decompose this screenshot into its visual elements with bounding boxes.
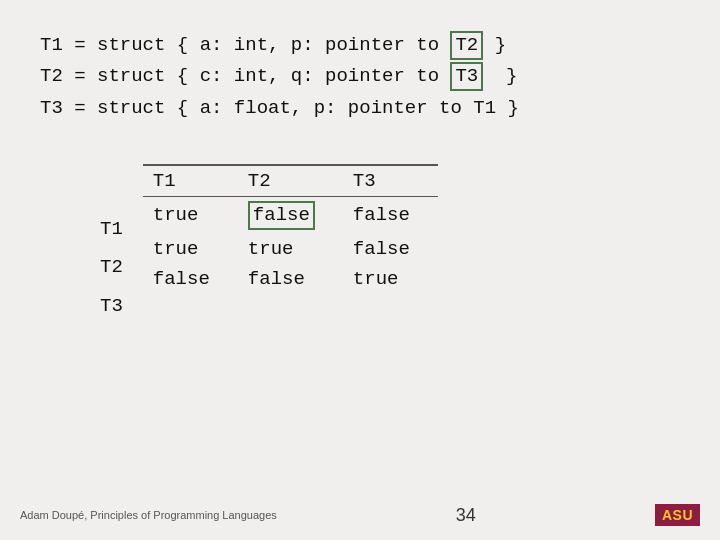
row-label-1 bbox=[100, 202, 133, 210]
row-label-t3: T3 bbox=[100, 287, 133, 325]
table-row: true false false bbox=[143, 197, 438, 234]
col-header-t2: T2 bbox=[238, 166, 343, 197]
col-header-t1: T1 bbox=[143, 166, 238, 197]
cell-1-2: false bbox=[343, 234, 438, 264]
table-row: false false true bbox=[143, 264, 438, 294]
row-labels: T1 T2 T3 bbox=[100, 164, 133, 325]
code-line2-post: } bbox=[483, 61, 517, 92]
asu-logo-text: ASU bbox=[655, 504, 700, 526]
table-row: true true false bbox=[143, 234, 438, 264]
cell-1-1: true bbox=[238, 234, 343, 264]
code-block: T1 = struct { a: int, p: pointer to T2 }… bbox=[40, 30, 680, 124]
code-line1-pre: T1 = struct { a: int, p: pointer to bbox=[40, 30, 450, 61]
code-line-3: T3 = struct { a: float, p: pointer to T1… bbox=[40, 93, 680, 124]
code-line2-pre: T2 = struct { c: int, q: pointer to bbox=[40, 61, 450, 92]
footer: Adam Doupé, Principles of Programming La… bbox=[0, 504, 720, 526]
footer-credit: Adam Doupé, Principles of Programming La… bbox=[20, 509, 277, 521]
table-section: T1 T2 T3 T1 T2 T3 true false false bbox=[100, 164, 680, 325]
cell-2-0: false bbox=[143, 264, 238, 294]
compatibility-table: T1 T2 T3 true false false true true fals… bbox=[143, 166, 438, 294]
table-wrapper: T1 T2 T3 true false false true true fals… bbox=[143, 164, 438, 325]
code-line3-text: T3 = struct { a: float, p: pointer to T1… bbox=[40, 93, 519, 124]
row-label-t2: T2 bbox=[100, 248, 133, 286]
cell-0-2: false bbox=[343, 197, 438, 234]
row-label-t1: T1 bbox=[100, 210, 133, 248]
asu-logo: ASU bbox=[655, 504, 700, 526]
cell-2-2: true bbox=[343, 264, 438, 294]
page-number: 34 bbox=[456, 505, 476, 526]
cell-0-0: true bbox=[143, 197, 238, 234]
main-content: T1 = struct { a: int, p: pointer to T2 }… bbox=[0, 0, 720, 345]
code-line-1: T1 = struct { a: int, p: pointer to T2 } bbox=[40, 30, 680, 61]
cell-0-1: false bbox=[238, 197, 343, 234]
code-line1-post: } bbox=[483, 30, 506, 61]
code-line-2: T2 = struct { c: int, q: pointer to T3 } bbox=[40, 61, 680, 92]
cell-2-1: false bbox=[238, 264, 343, 294]
col-header-t3: T3 bbox=[343, 166, 438, 197]
cell-1-0: true bbox=[143, 234, 238, 264]
code-line2-box: T3 bbox=[450, 62, 483, 91]
code-line1-box: T2 bbox=[450, 31, 483, 60]
